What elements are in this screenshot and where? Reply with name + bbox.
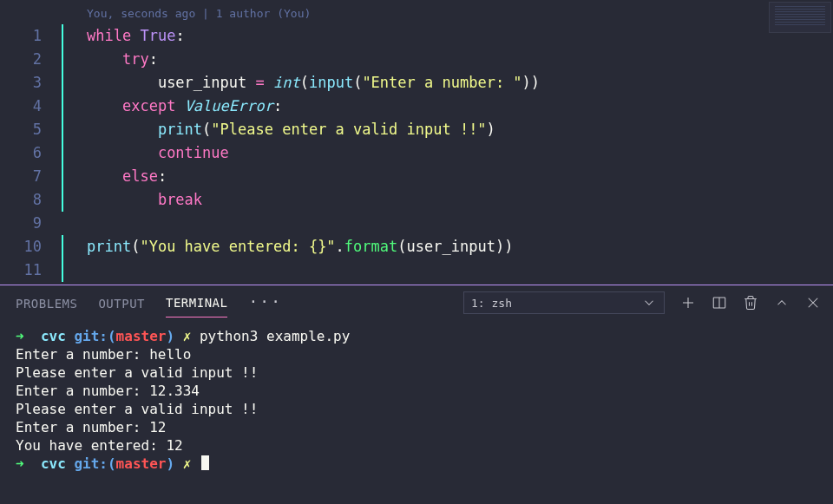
line-number: 11 [0, 259, 54, 282]
panel-actions: 1: zsh [463, 285, 821, 320]
line-number: 9 [0, 212, 54, 235]
code-line[interactable]: continue [54, 141, 833, 165]
line-number: 6 [0, 141, 54, 165]
chevron-up-icon[interactable] [774, 295, 790, 311]
minimap[interactable] [769, 2, 831, 33]
code-line[interactable]: break [54, 188, 833, 212]
line-number: 2 [0, 48, 54, 71]
tab-terminal[interactable]: TERMINAL [166, 287, 227, 317]
trash-icon[interactable] [743, 295, 758, 311]
terminal-line: You have entered: 12 [16, 436, 817, 455]
panel-tabs: PROBLEMS OUTPUT TERMINAL ··· 1: zsh [0, 285, 833, 320]
code-line[interactable]: else: [54, 165, 833, 188]
terminal-line: ➜ cvc git:(master) ✗ python3 example.py [16, 327, 817, 345]
chevron-down-icon [641, 295, 657, 311]
close-icon[interactable] [805, 295, 821, 311]
line-number: 1 [0, 24, 54, 48]
split-icon[interactable] [712, 295, 727, 311]
code-line[interactable] [54, 259, 833, 282]
terminal-line: Enter a number: 12.334 [16, 382, 817, 400]
line-number-gutter: 1 2 3 4 5 6 7 8 9 10 11 [0, 0, 54, 285]
line-number: 7 [0, 165, 54, 188]
plus-icon[interactable] [680, 295, 696, 311]
code-lines: while True: try: user_input = int(input(… [54, 24, 833, 282]
tab-overflow[interactable]: ··· [248, 292, 282, 312]
code-line[interactable]: try: [54, 48, 833, 71]
code-line[interactable]: user_input = int(input("Enter a number: … [54, 71, 833, 95]
code-line[interactable]: print("You have entered: {}".format(user… [54, 235, 833, 259]
line-number: 10 [0, 235, 54, 259]
terminal-line: Please enter a valid input !! [16, 400, 817, 418]
terminal-cursor [201, 455, 209, 470]
code-line[interactable]: print("Please enter a valid input !!") [54, 118, 833, 141]
tab-output[interactable]: OUTPUT [98, 288, 145, 317]
terminal-body[interactable]: ➜ cvc git:(master) ✗ python3 example.py … [0, 320, 833, 480]
bottom-panel: PROBLEMS OUTPUT TERMINAL ··· 1: zsh [0, 285, 833, 504]
terminal-line: ➜ cvc git:(master) ✗ [16, 455, 817, 473]
code-line[interactable]: while True: [54, 24, 833, 48]
line-number: 3 [0, 71, 54, 95]
terminal-selector[interactable]: 1: zsh [463, 291, 665, 314]
terminal-selector-label: 1: zsh [471, 297, 512, 310]
code-area[interactable]: You, seconds ago | 1 author (You) while … [54, 0, 833, 285]
line-number: 5 [0, 118, 54, 141]
terminal-line: Please enter a valid input !! [16, 363, 817, 382]
line-number: 8 [0, 188, 54, 212]
tab-problems[interactable]: PROBLEMS [16, 288, 77, 317]
terminal-line: Enter a number: 12 [16, 418, 817, 436]
editor-pane: 1 2 3 4 5 6 7 8 9 10 11 You, seconds ago… [0, 0, 833, 285]
git-blame-annotation: You, seconds ago | 1 author (You) [54, 5, 833, 24]
code-line[interactable]: except ValueError: [54, 95, 833, 118]
line-number: 4 [0, 95, 54, 118]
terminal-line: Enter a number: hello [16, 345, 817, 363]
code-line[interactable] [54, 212, 833, 235]
